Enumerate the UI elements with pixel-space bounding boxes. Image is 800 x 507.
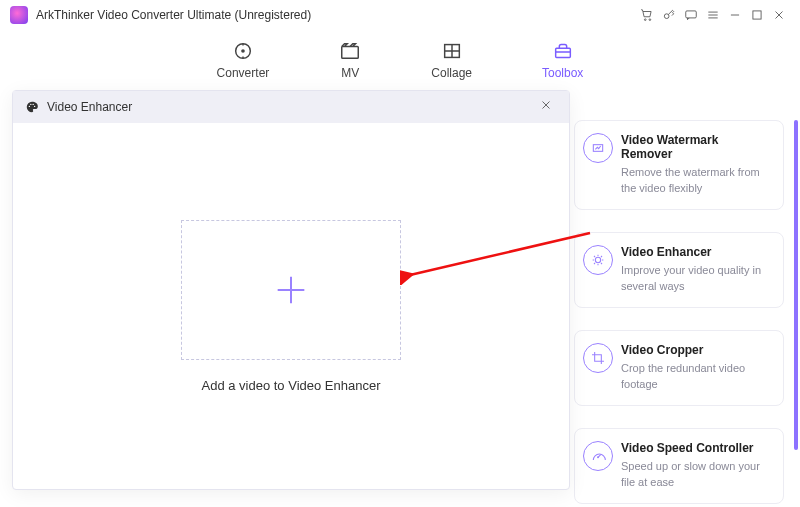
collage-icon bbox=[441, 40, 463, 62]
svg-rect-9 bbox=[555, 48, 570, 57]
cart-icon[interactable] bbox=[636, 4, 658, 26]
svg-point-16 bbox=[34, 106, 35, 107]
svg-point-11 bbox=[595, 257, 600, 262]
app-title: ArkThinker Video Converter Ultimate (Unr… bbox=[36, 8, 311, 22]
dropzone-caption: Add a video to Video Enhancer bbox=[201, 378, 380, 393]
svg-point-15 bbox=[32, 104, 33, 105]
nav-label: Converter bbox=[217, 66, 270, 80]
card-desc: Remove the watermark from the video flex… bbox=[621, 165, 769, 197]
dialog-title: Video Enhancer bbox=[47, 100, 132, 114]
svg-point-12 bbox=[597, 456, 599, 458]
card-desc: Crop the redundant video footage bbox=[621, 361, 769, 393]
svg-point-6 bbox=[241, 49, 245, 53]
feedback-icon[interactable] bbox=[680, 4, 702, 26]
card-desc: Speed up or slow down your file at ease bbox=[621, 459, 769, 491]
tool-card-video-enhancer[interactable]: Video Enhancer Improve your video qualit… bbox=[574, 232, 784, 308]
converter-icon bbox=[232, 40, 254, 62]
tool-card-watermark-remover[interactable]: Video Watermark Remover Remove the water… bbox=[574, 120, 784, 210]
tool-card-video-speed[interactable]: Video Speed Controller Speed up or slow … bbox=[574, 428, 784, 504]
video-enhancer-dialog: Video Enhancer Add a video to Video Enha… bbox=[12, 90, 570, 490]
svg-rect-4 bbox=[753, 11, 761, 19]
plus-icon bbox=[271, 270, 311, 310]
tool-card-video-cropper[interactable]: Video Cropper Crop the redundant video f… bbox=[574, 330, 784, 406]
svg-point-0 bbox=[644, 19, 646, 21]
menu-icon[interactable] bbox=[702, 4, 724, 26]
nav-converter[interactable]: Converter bbox=[217, 40, 270, 80]
video-speed-icon bbox=[583, 441, 613, 471]
nav-mv[interactable]: MV bbox=[339, 40, 361, 80]
card-title: Video Enhancer bbox=[621, 245, 769, 259]
nav-collage[interactable]: Collage bbox=[431, 40, 472, 80]
dialog-close-button[interactable] bbox=[539, 98, 557, 116]
svg-point-2 bbox=[664, 14, 669, 19]
svg-point-13 bbox=[29, 106, 30, 107]
nav-label: Toolbox bbox=[542, 66, 583, 80]
minimize-button[interactable] bbox=[724, 4, 746, 26]
toolbox-icon bbox=[552, 40, 574, 62]
scrollbar-vertical[interactable] bbox=[794, 120, 798, 450]
key-icon[interactable] bbox=[658, 4, 680, 26]
app-logo bbox=[10, 6, 28, 24]
card-title: Video Speed Controller bbox=[621, 441, 769, 455]
svg-point-1 bbox=[649, 19, 651, 21]
maximize-button[interactable] bbox=[746, 4, 768, 26]
svg-point-14 bbox=[30, 104, 31, 105]
card-desc: Improve your video quality in several wa… bbox=[621, 263, 769, 295]
palette-icon bbox=[25, 100, 39, 114]
add-video-dropzone[interactable] bbox=[181, 220, 401, 360]
svg-rect-7 bbox=[342, 46, 359, 58]
card-title: Video Watermark Remover bbox=[621, 133, 769, 161]
mv-icon bbox=[339, 40, 361, 62]
close-button[interactable] bbox=[768, 4, 790, 26]
nav-label: Collage bbox=[431, 66, 472, 80]
video-enhancer-icon bbox=[583, 245, 613, 275]
nav-label: MV bbox=[341, 66, 359, 80]
nav-toolbox[interactable]: Toolbox bbox=[542, 40, 583, 80]
card-title: Video Cropper bbox=[621, 343, 769, 357]
video-cropper-icon bbox=[583, 343, 613, 373]
watermark-remover-icon bbox=[583, 133, 613, 163]
